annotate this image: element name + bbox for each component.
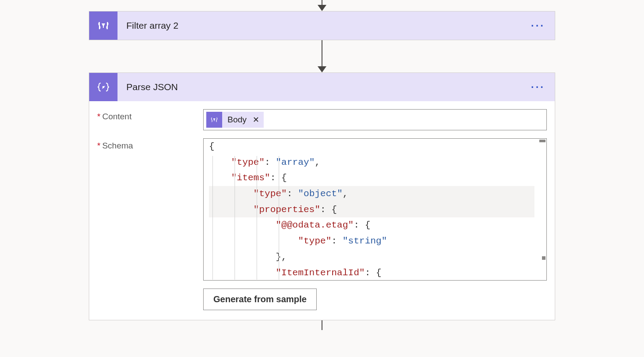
step-header-filter[interactable]: Filter array 2 ··· [89, 11, 555, 40]
flow-arrow-top [318, 0, 326, 11]
field-label-schema: *Schema [97, 138, 203, 310]
field-schema-row: *Schema { "type": "array", "items": { "t… [97, 138, 547, 310]
step-menu-button[interactable]: ··· [521, 81, 555, 93]
code-line: "properties": { [209, 202, 534, 218]
code-line: "@@odata.etag": { [209, 217, 541, 233]
step-title: Filter array 2 [117, 20, 521, 31]
flow-arrow-mid [318, 40, 326, 72]
step-body-parse: *Content Body ✕ [89, 101, 555, 320]
dynamic-token-body[interactable]: Body ✕ [206, 112, 264, 128]
required-star-icon: * [97, 141, 100, 150]
token-label: Body [222, 115, 251, 125]
step-menu-button[interactable]: ··· [521, 19, 555, 32]
step-title: Parse JSON [117, 82, 521, 92]
flow-arrow-bottom [322, 320, 322, 330]
code-line: { [209, 139, 541, 155]
content-input[interactable]: Body ✕ [203, 109, 547, 130]
scrollbar-thumb[interactable] [539, 140, 546, 142]
field-label-content: *Content [97, 109, 203, 130]
generate-from-sample-button[interactable]: Generate from sample [203, 289, 317, 310]
step-filter-array-2: Filter array 2 ··· [89, 11, 555, 40]
field-label-text: Content [102, 112, 132, 121]
parse-json-icon [89, 73, 117, 101]
token-remove-icon[interactable]: ✕ [251, 116, 264, 124]
field-content-row: *Content Body ✕ [97, 109, 547, 130]
code-line: "ItemInternalId": { [209, 265, 541, 281]
field-label-text: Schema [102, 141, 133, 150]
schema-editor[interactable]: { "type": "array", "items": { "type": "o… [203, 138, 547, 281]
code-line: "items": { [209, 170, 541, 186]
code-line: "type": "string" [209, 233, 541, 249]
scrollbar-thumb[interactable] [542, 256, 546, 260]
scrollbar[interactable] [539, 139, 546, 280]
step-parse-json: Parse JSON ··· *Content [89, 72, 555, 320]
code-line: "type": "array", [209, 155, 541, 171]
filter-token-icon [206, 112, 222, 128]
code-line: "type": "object", [209, 186, 534, 202]
step-header-parse[interactable]: Parse JSON ··· [89, 73, 555, 101]
code-line: }, [209, 249, 541, 265]
required-star-icon: * [97, 112, 100, 121]
filter-action-icon [89, 11, 117, 40]
